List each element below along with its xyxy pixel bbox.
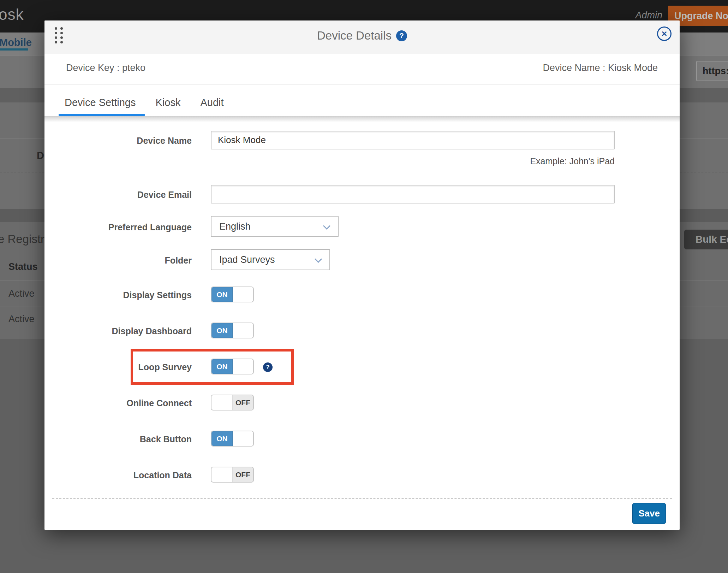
- toggle-handle: [233, 287, 253, 302]
- partial-heading: D: [37, 150, 44, 161]
- toggle-handle: [211, 395, 233, 410]
- modal-title: Device Details: [317, 29, 392, 42]
- device-name-helper-text: Example: John's iPad: [530, 156, 615, 166]
- toggle-state-label: OFF: [233, 395, 253, 410]
- modal-header: Device Details ? ✕: [44, 20, 680, 54]
- folder-value: Ipad Surveys: [219, 254, 275, 265]
- device-details-modal: Device Details ? ✕ Device Key : pteko De…: [44, 20, 680, 530]
- tab-bar-shadow: [44, 117, 680, 122]
- close-icon[interactable]: ✕: [657, 26, 672, 41]
- chevron-down-icon: [323, 222, 330, 230]
- save-button[interactable]: Save: [632, 503, 666, 524]
- title-help-icon[interactable]: ?: [396, 30, 407, 41]
- location-data-toggle[interactable]: OFF: [211, 467, 254, 483]
- folder-select[interactable]: Ipad Surveys: [211, 249, 330, 270]
- toggle-state-label: OFF: [233, 467, 253, 482]
- toggle-handle: [233, 323, 253, 338]
- device-name-label: Device Name: [137, 135, 192, 146]
- device-name-input[interactable]: [211, 131, 615, 149]
- device-name-text: Device Name : Kiosk Mode: [543, 63, 658, 73]
- toggle-handle: [233, 431, 253, 446]
- online-connect-toggle[interactable]: OFF: [211, 395, 254, 410]
- display-settings-toggle[interactable]: ON: [211, 286, 254, 302]
- display-settings-label: Display Settings: [123, 290, 192, 300]
- preferred-language-label: Preferred Language: [108, 222, 192, 232]
- modal-tabs: Device Settings Kiosk Audit: [65, 97, 224, 108]
- online-connect-label: Online Connect: [126, 398, 192, 408]
- toggle-state-label: ON: [211, 323, 233, 338]
- active-tab-underline: [59, 114, 145, 116]
- folder-label: Folder: [165, 255, 192, 266]
- highlight-box: [131, 349, 294, 385]
- url-field[interactable]: https://: [696, 61, 728, 81]
- registrations-heading: e Registr: [0, 232, 44, 246]
- app-logo: osk: [0, 6, 24, 23]
- tab-mobile[interactable]: Mobile: [0, 37, 32, 48]
- tab-device-settings[interactable]: Device Settings: [65, 97, 136, 108]
- display-dashboard-label: Display Dashboard: [112, 326, 192, 336]
- device-key-text: Device Key : pteko: [66, 63, 145, 73]
- chevron-down-icon: [315, 255, 322, 263]
- table-row-status: Active: [8, 314, 35, 325]
- table-row-status: Active: [8, 288, 35, 299]
- bulk-edit-button[interactable]: Bulk Edit: [684, 230, 728, 249]
- toggle-state-label: ON: [211, 287, 233, 302]
- tab-audit[interactable]: Audit: [200, 97, 223, 108]
- footer-divider: [52, 498, 672, 499]
- display-dashboard-toggle[interactable]: ON: [211, 323, 254, 338]
- back-button-toggle[interactable]: ON: [211, 431, 254, 447]
- device-email-input[interactable]: [211, 185, 615, 203]
- back-button-label: Back Button: [140, 434, 192, 444]
- tab-kiosk[interactable]: Kiosk: [156, 97, 181, 108]
- toggle-handle: [211, 467, 233, 482]
- tab-mobile-underline: [0, 48, 28, 51]
- table-header-status: Status: [8, 261, 38, 272]
- location-data-label: Location Data: [133, 470, 192, 480]
- admin-menu[interactable]: Admin: [635, 10, 662, 21]
- divider: [44, 84, 680, 85]
- toggle-state-label: ON: [211, 431, 233, 446]
- preferred-language-value: English: [219, 221, 251, 232]
- device-email-label: Device Email: [137, 189, 192, 200]
- preferred-language-select[interactable]: English: [211, 216, 339, 237]
